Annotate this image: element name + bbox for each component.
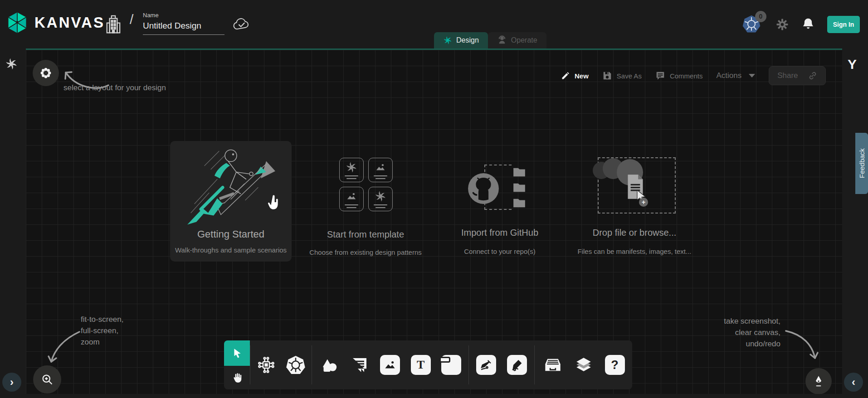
- design-name-label: Name: [143, 12, 159, 19]
- github-icon: [467, 172, 500, 205]
- component-circuit-icon: [257, 355, 276, 374]
- folder-icon: [512, 181, 527, 194]
- zoom-hint-arrow: [44, 328, 85, 369]
- save-as-button[interactable]: Save As: [602, 71, 642, 81]
- plus-badge-icon: +: [639, 198, 648, 207]
- folder-icon: [512, 166, 527, 179]
- image-icon: [345, 190, 358, 202]
- layout-hint-text: select a layout for your design: [63, 82, 166, 93]
- canvas-hints-text: take screenshot, clear canvas, undo/redo: [697, 315, 780, 349]
- text-tool-button[interactable]: T: [408, 355, 434, 375]
- template-thumb: [368, 158, 393, 182]
- operate-headset-icon: [497, 35, 507, 45]
- comment-tool-button[interactable]: [346, 356, 373, 374]
- image-icon: [374, 161, 387, 173]
- organization-icon[interactable]: [104, 14, 122, 35]
- pen-tool-button[interactable]: [473, 355, 499, 375]
- pencil-scribble-icon: [510, 358, 524, 372]
- card-subtitle: Connect to your repo(s): [436, 248, 563, 255]
- bottom-strip: [0, 394, 868, 398]
- k8s-context-switcher[interactable]: 0: [742, 15, 763, 34]
- design-toolbar: T: [224, 340, 632, 389]
- pen-nib-icon: [813, 375, 824, 388]
- text-T-icon: T: [411, 355, 431, 375]
- help-button[interactable]: ?: [602, 355, 628, 375]
- kanvas-logo-icon: [5, 11, 29, 34]
- card-title: Drop file or browse...: [571, 228, 698, 238]
- chevron-down-icon: [749, 74, 755, 78]
- template-thumb: [339, 158, 364, 182]
- notifications-bell-icon[interactable]: [802, 18, 814, 31]
- comments-button[interactable]: Comments: [655, 71, 703, 81]
- shapes-tool-button[interactable]: [316, 356, 342, 374]
- note-icon: [441, 355, 461, 375]
- app-header: KANVAS / Name Design: [0, 0, 868, 49]
- layers-button[interactable]: [571, 355, 597, 374]
- kubernetes-tool-button[interactable]: [283, 354, 309, 375]
- card-subtitle: Choose from existing design patterns: [302, 248, 429, 256]
- collapse-right-panel-button[interactable]: ‹: [844, 373, 863, 392]
- canvas-action-bar: New Save As Comments Actions: [561, 66, 826, 85]
- cloud-saved-icon: [232, 17, 250, 31]
- new-button[interactable]: New: [561, 71, 589, 80]
- design-spiral-icon: [443, 36, 452, 45]
- component-tool-button[interactable]: [253, 355, 279, 374]
- save-floppy-icon: [602, 71, 612, 81]
- canvas-hint-arrow: [782, 327, 823, 366]
- tab-design-label: Design: [456, 36, 479, 44]
- zoom-button[interactable]: [33, 365, 61, 393]
- share-button[interactable]: Share: [769, 66, 825, 85]
- new-pencil-icon: [561, 71, 570, 80]
- drawer-icon: [543, 356, 563, 374]
- image-tool-button[interactable]: [377, 355, 403, 375]
- tab-design[interactable]: Design: [434, 32, 488, 49]
- card-title: Import from GitHub: [436, 228, 563, 238]
- template-thumb: [368, 187, 393, 211]
- settings-gear-icon[interactable]: [775, 18, 789, 31]
- kubernetes-wheel-icon: [285, 354, 306, 375]
- rocket-illustration: [177, 145, 286, 228]
- expand-left-panel-button[interactable]: ›: [2, 373, 21, 392]
- chevron-right-icon: ›: [10, 376, 14, 388]
- sketch-tool-button[interactable]: [504, 355, 530, 375]
- getting-started-card[interactable]: Getting Started Walk-throughs and sample…: [170, 141, 292, 262]
- image-icon: [383, 358, 397, 372]
- mode-tabs: Design Operate: [434, 32, 546, 49]
- sign-in-button[interactable]: Sign In: [827, 16, 860, 33]
- pan-tool-button[interactable]: [224, 367, 250, 389]
- card-subtitle: Walk-throughs and sample scenarios: [170, 246, 292, 254]
- select-tool-button[interactable]: [224, 340, 250, 366]
- comments-icon: [655, 71, 665, 81]
- chevron-left-icon: ‹: [852, 376, 855, 388]
- note-tool-button[interactable]: [438, 355, 464, 375]
- freehand-draw-button[interactable]: [805, 368, 832, 394]
- folder-icon: [512, 197, 527, 209]
- pointer-hand-cursor: [266, 194, 282, 212]
- brand[interactable]: KANVAS: [5, 11, 105, 34]
- feedback-tab[interactable]: Feedback: [855, 133, 868, 194]
- share-link-icon: [808, 71, 817, 80]
- card-subtitle: Files can be manifests, images, text...: [566, 248, 702, 255]
- zoom-hints-text: fit-to-screen, full-screen, zoom: [81, 314, 123, 348]
- design-canvas[interactable]: select a layout for your design New Save…: [26, 49, 842, 394]
- design-name-input[interactable]: [143, 21, 224, 35]
- meshery-spiral-icon: [5, 58, 18, 70]
- tab-operate[interactable]: Operate: [488, 32, 546, 49]
- layout-selector-button[interactable]: [33, 60, 59, 86]
- layout-flower-icon: [40, 67, 52, 79]
- spiral-icon: [346, 161, 357, 173]
- hand-icon: [231, 372, 243, 384]
- brand-name: KANVAS: [34, 14, 105, 31]
- breadcrumb-separator: /: [130, 12, 133, 27]
- template-thumb: [339, 187, 364, 211]
- shapes-icon: [320, 356, 339, 374]
- cursor-icon: [231, 347, 243, 359]
- shapes-y-icon[interactable]: Y: [848, 57, 857, 72]
- magnifier-plus-icon: [41, 373, 54, 386]
- card-title: Getting Started: [170, 228, 292, 240]
- saved-components-button[interactable]: [540, 356, 566, 374]
- right-panel: Y: [842, 49, 868, 398]
- actions-dropdown[interactable]: Actions: [716, 71, 755, 80]
- spiral-icon: [375, 190, 386, 202]
- k8s-context-count-badge: 0: [755, 11, 766, 22]
